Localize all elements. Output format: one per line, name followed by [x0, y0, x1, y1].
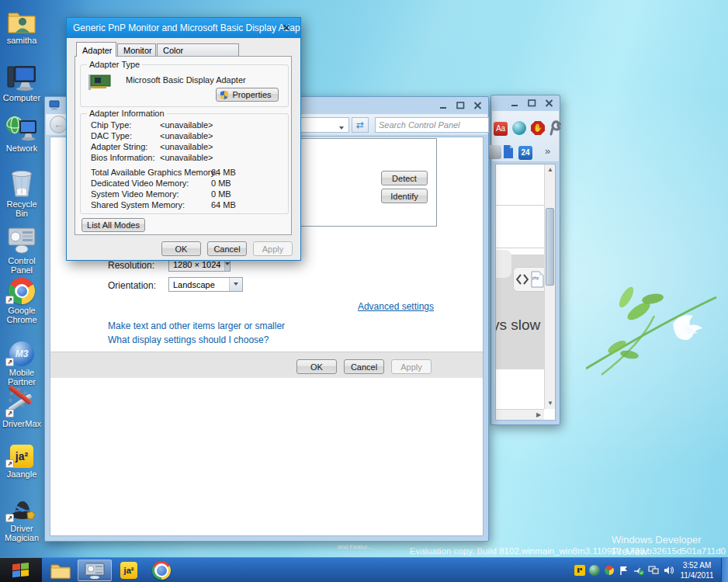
scroll-down-icon[interactable]: ▼ — [545, 398, 556, 409]
desktop-icon-label: Driver Magician — [1, 524, 43, 542]
desktop-icon-google-chrome[interactable]: ↗ Google Chrome — [1, 275, 43, 324]
start-button[interactable] — [0, 558, 42, 582]
calendar-24-icon[interactable]: 24 — [518, 146, 532, 160]
apply-button[interactable]: Apply — [391, 359, 432, 374]
tray-globe-icon[interactable] — [589, 565, 600, 576]
tray-jaangle-icon[interactable] — [574, 565, 585, 576]
desktop-icon-label: Jaangle — [1, 469, 43, 479]
text-size-link[interactable]: Make text and other items larger or smal… — [108, 320, 285, 331]
cancel-button[interactable]: Cancel — [207, 241, 247, 256]
desktop-icon-control-panel[interactable]: Control Panel — [1, 225, 43, 275]
jaangle-icon: ja² ↗ — [1, 438, 43, 468]
desktop-icon-driver-magician[interactable]: ↗ Driver Magician — [1, 493, 43, 542]
taskbar-jaangle-button[interactable]: ja² — [115, 559, 143, 581]
minimize-icon[interactable] — [439, 102, 448, 109]
ok-button[interactable]: OK — [296, 359, 337, 374]
desktop-icon-network[interactable]: Network — [1, 113, 43, 153]
maximize-icon[interactable] — [456, 102, 465, 109]
horizontal-scrollbar[interactable]: ▶ — [496, 409, 544, 420]
display-window-icon — [49, 100, 60, 110]
refresh-button[interactable]: ⇄ — [352, 117, 369, 133]
minimize-icon[interactable] — [511, 99, 519, 107]
search-input[interactable] — [376, 120, 492, 130]
info-row-value: <unavailable> — [160, 120, 213, 130]
computer-icon — [1, 62, 43, 92]
detect-button[interactable]: Detect — [381, 171, 428, 185]
show-desktop-button[interactable] — [721, 558, 728, 582]
close-icon[interactable]: ✕ — [280, 18, 293, 38]
info-row-value: <unavailable> — [160, 153, 213, 162]
tray-chrome-icon[interactable] — [604, 565, 615, 576]
code-icon — [516, 273, 529, 286]
scrollbar-thumb[interactable] — [546, 208, 554, 286]
adapter-properties-dialog[interactable]: Generic PnP Monitor and Microsoft Basic … — [66, 17, 301, 261]
desktop-icon-computer[interactable]: Computer — [1, 62, 43, 102]
display-help-link[interactable]: What display settings should I choose? — [108, 334, 269, 345]
stop-hand-icon[interactable]: ✋ — [531, 121, 545, 135]
uac-shield-icon — [220, 91, 228, 99]
shortcut-arrow-icon: ↗ — [5, 409, 14, 417]
cancel-button[interactable]: Cancel — [344, 359, 384, 374]
tab-monitor[interactable]: Monitor — [117, 43, 156, 56]
network-icon[interactable] — [648, 565, 659, 576]
browser-page-area[interactable]: php ys slow and — [496, 165, 544, 409]
desktop-icon-jaangle[interactable]: ja² ↗ Jaangle — [1, 438, 43, 479]
desktop-icon-samitha[interactable]: samitha — [1, 5, 43, 45]
control-panel-icon — [1, 225, 43, 255]
desktop-icon-mobile-partner[interactable]: M3 ↗ Mobile Partner — [1, 337, 43, 386]
ok-button[interactable]: OK — [161, 241, 201, 256]
tab-adapter[interactable]: Adapter — [76, 42, 116, 57]
list-all-modes-button[interactable]: List All Modes — [81, 218, 145, 232]
maximize-icon[interactable] — [528, 99, 536, 107]
taskbar-explorer-button[interactable] — [45, 559, 76, 581]
toolbar-overflow-chevron[interactable]: » — [545, 145, 550, 157]
scroll-up-icon[interactable]: ▲ — [545, 165, 556, 175]
dialog-footer: OK Cancel Apply — [50, 352, 483, 378]
group-label: Adapter Information — [87, 109, 167, 118]
stray-text-fragment: and Featur... — [338, 543, 373, 550]
info-row-value: 0 MB — [211, 178, 231, 188]
address-dropdown-icon[interactable] — [335, 120, 347, 130]
system-tray — [574, 558, 674, 582]
vertical-scrollbar[interactable]: ▲ ▼ — [544, 165, 555, 409]
action-center-flag-icon[interactable] — [619, 565, 629, 576]
clock[interactable]: 3:52 AM 11/4/2011 — [675, 560, 719, 580]
desktop-icon-drivermax[interactable]: ↗ DriverMax — [1, 388, 43, 428]
properties-button[interactable]: Properties — [216, 88, 279, 102]
desktop-icon-label: Network — [1, 144, 43, 153]
resolution-label: Resolution: — [108, 260, 154, 271]
desktop-icon-label: samitha — [1, 36, 43, 45]
chevron-down-icon[interactable] — [229, 278, 242, 291]
safely-remove-hardware-icon[interactable] — [633, 565, 644, 576]
close-icon[interactable] — [545, 99, 553, 107]
taskbar-control-panel-button[interactable] — [78, 559, 112, 581]
info-row-label: Chip Type: — [91, 120, 131, 130]
driver-magician-icon: ↗ — [1, 493, 43, 522]
document-icon[interactable] — [503, 145, 514, 158]
info-row-value: 64 MB — [211, 168, 236, 177]
orientation-dropdown[interactable]: Landscape — [168, 277, 243, 292]
file-tile[interactable]: php — [513, 267, 544, 292]
desktop-icon-recycle-bin[interactable]: Recycle Bin — [1, 168, 43, 218]
taskbar-chrome-button[interactable] — [146, 559, 177, 581]
wrench-icon[interactable] — [549, 120, 561, 136]
close-icon[interactable] — [473, 102, 482, 109]
advanced-settings-link[interactable]: Advanced settings — [358, 301, 434, 312]
scroll-right-icon[interactable]: ▶ — [533, 410, 544, 421]
clock-time: 3:52 AM — [675, 560, 719, 570]
adapter-information-group: Adapter Information Chip Type: <unavaila… — [80, 113, 289, 214]
tab-color-management[interactable]: Color Management — [157, 43, 239, 56]
globe-icon[interactable] — [512, 121, 526, 135]
volume-icon[interactable] — [663, 565, 674, 576]
clipped-toolbar-icon[interactable] — [487, 145, 501, 159]
font-size-icon[interactable]: Aa — [494, 122, 508, 136]
page-rounded-tile — [496, 250, 511, 278]
back-button[interactable]: ← — [50, 116, 68, 133]
identify-button[interactable]: Identify — [381, 189, 428, 203]
chrome-icon: ↗ — [1, 275, 43, 304]
browser-toolbar: Aa ✋ 24 » — [492, 111, 559, 162]
apply-button[interactable]: Apply — [253, 241, 293, 256]
page-gray-panel: php — [496, 255, 544, 369]
browser-window[interactable]: Aa ✋ 24 » — [491, 95, 560, 425]
info-row-label: Shared System Memory: — [91, 200, 185, 210]
